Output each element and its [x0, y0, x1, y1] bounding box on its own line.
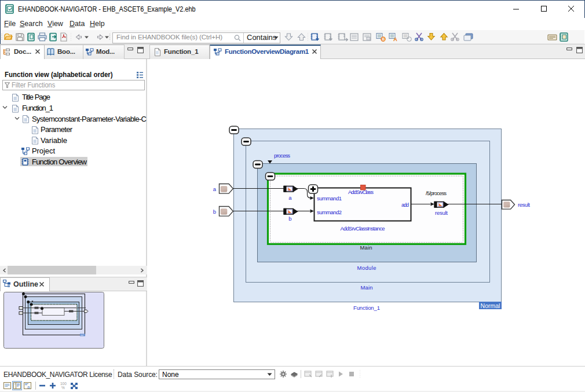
svg-text:B: B	[382, 37, 385, 41]
svg-text:Main: Main	[361, 284, 373, 291]
svg-text:Systemconstant-Parameter-Varia: Systemconstant-Parameter-Variable-C	[32, 115, 147, 123]
svg-text:process: process	[274, 152, 290, 159]
svg-text:Project: Project	[32, 146, 55, 155]
svg-text:a: a	[27, 384, 30, 390]
svg-text:Normal: Normal	[481, 302, 500, 309]
svg-text:AddSrvClass: AddSrvClass	[348, 189, 374, 195]
svg-text:a: a	[213, 186, 217, 192]
svg-text:add: add	[401, 202, 409, 208]
svg-text:100: 100	[60, 382, 67, 386]
svg-text:result: result	[518, 202, 530, 208]
svg-text:b: b	[213, 208, 216, 215]
svg-text:Main: Main	[360, 244, 372, 251]
svg-text:Function_1: Function_1	[353, 305, 380, 311]
svg-text:Function Overview: Function Overview	[32, 157, 87, 166]
svg-text:a: a	[288, 195, 292, 201]
svg-text:summand2: summand2	[317, 209, 342, 215]
svg-text:A: A	[393, 36, 397, 42]
svg-text:summand1: summand1	[317, 195, 342, 202]
svg-text:Title Page: Title Page	[22, 93, 50, 101]
svg-text:/5/process: /5/process	[426, 190, 447, 196]
svg-text:Find in EHANDBOOK file(s) (Ctr: Find in EHANDBOOK file(s) (Ctrl+H)	[116, 34, 222, 41]
svg-text:Function_1: Function_1	[22, 104, 53, 112]
svg-text:Contains: Contains	[247, 33, 277, 42]
svg-text:b: b	[288, 215, 291, 222]
svg-text:Module: Module	[357, 265, 376, 271]
svg-text:AddSrvClassInstance: AddSrvClassInstance	[341, 225, 385, 232]
svg-text:Parameter: Parameter	[41, 125, 73, 134]
svg-text:result: result	[435, 210, 448, 216]
svg-text:Variable: Variable	[41, 136, 67, 145]
svg-text:%: %	[61, 386, 65, 390]
